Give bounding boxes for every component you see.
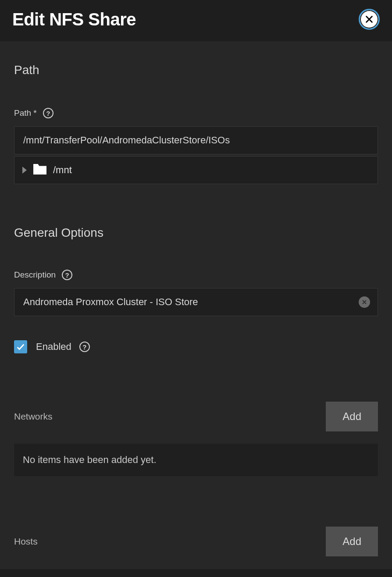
dialog-body: Path Path * ? /mnt General Options Descr… — [0, 41, 392, 569]
folder-icon — [32, 163, 48, 178]
hosts-add-button[interactable]: Add — [326, 527, 378, 556]
enabled-row: Enabled ? — [14, 340, 378, 353]
description-input[interactable] — [14, 288, 378, 316]
close-icon — [361, 299, 367, 305]
path-field-label: Path * ? — [14, 108, 378, 118]
dialog-header: Edit NFS Share — [0, 0, 392, 39]
help-icon[interactable]: ? — [62, 270, 72, 280]
close-button[interactable] — [359, 9, 380, 30]
clear-button[interactable] — [359, 296, 370, 308]
networks-label: Networks — [14, 411, 53, 422]
description-label-text: Description — [14, 270, 56, 280]
path-label-text: Path * — [14, 108, 37, 118]
check-icon — [16, 342, 25, 352]
help-icon[interactable]: ? — [43, 108, 53, 118]
path-tree-label: /mnt — [53, 164, 72, 176]
path-input[interactable] — [14, 126, 378, 154]
enabled-label: Enabled ? — [36, 341, 90, 353]
enabled-checkbox[interactable] — [14, 340, 27, 353]
description-field-label: Description ? — [14, 270, 378, 280]
hosts-label: Hosts — [14, 536, 38, 547]
close-icon — [364, 14, 374, 24]
general-section-heading: General Options — [14, 226, 378, 240]
path-tree-node[interactable]: /mnt — [14, 156, 378, 184]
description-input-wrap — [14, 288, 378, 316]
hosts-header: Hosts Add — [14, 527, 378, 556]
networks-add-button[interactable]: Add — [326, 402, 378, 431]
dialog-title: Edit NFS Share — [12, 10, 136, 29]
help-icon[interactable]: ? — [79, 342, 90, 352]
path-section-heading: Path — [14, 63, 378, 77]
enabled-label-text: Enabled — [36, 341, 71, 353]
chevron-right-icon — [22, 167, 27, 174]
networks-header: Networks Add — [14, 402, 378, 431]
networks-empty-message: No items have been added yet. — [14, 444, 378, 476]
